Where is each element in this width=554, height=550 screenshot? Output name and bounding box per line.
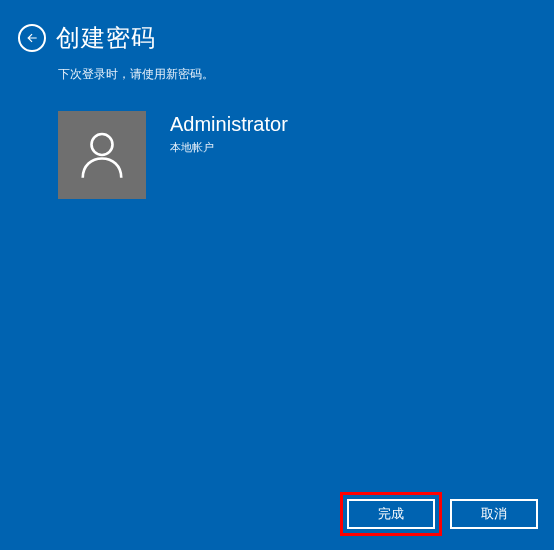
page-title: 创建密码 <box>56 22 156 54</box>
account-name: Administrator <box>170 113 288 136</box>
avatar <box>58 111 146 199</box>
svg-point-0 <box>92 134 113 155</box>
create-password-page: 创建密码 下次登录时，请使用新密码。 Administrator 本地帐户 完成… <box>0 0 554 550</box>
highlight-box: 完成 <box>340 492 442 536</box>
account-type: 本地帐户 <box>170 140 288 155</box>
cancel-button[interactable]: 取消 <box>450 499 538 529</box>
user-avatar-icon <box>74 127 130 183</box>
footer-buttons: 完成 取消 <box>340 492 538 536</box>
page-header: 创建密码 <box>0 0 554 60</box>
back-arrow-icon <box>25 31 39 45</box>
back-button[interactable] <box>18 24 46 52</box>
page-subtitle: 下次登录时，请使用新密码。 <box>58 66 554 83</box>
finish-button[interactable]: 完成 <box>347 499 435 529</box>
account-block: Administrator 本地帐户 <box>58 111 554 199</box>
account-text: Administrator 本地帐户 <box>170 113 288 155</box>
